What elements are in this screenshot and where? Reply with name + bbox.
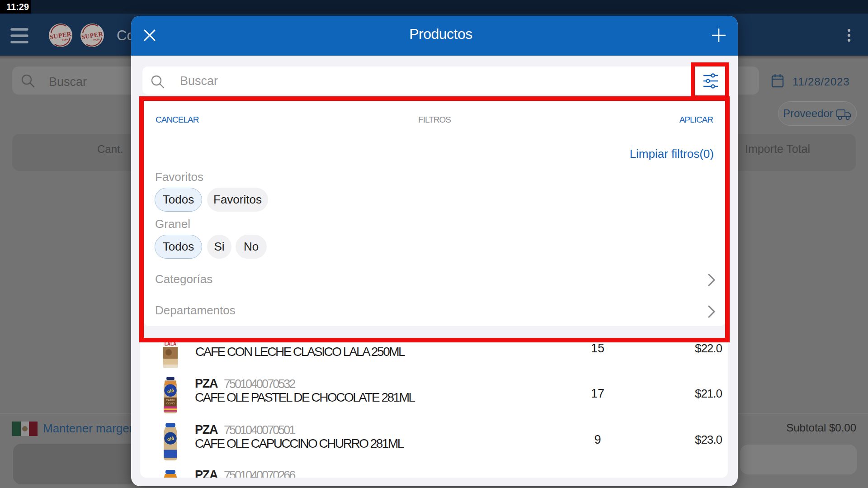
svg-text:CAPPU: CAPPU bbox=[166, 399, 175, 402]
svg-text:LALA: LALA bbox=[165, 342, 177, 346]
svg-text:CCINO: CCINO bbox=[166, 402, 175, 405]
